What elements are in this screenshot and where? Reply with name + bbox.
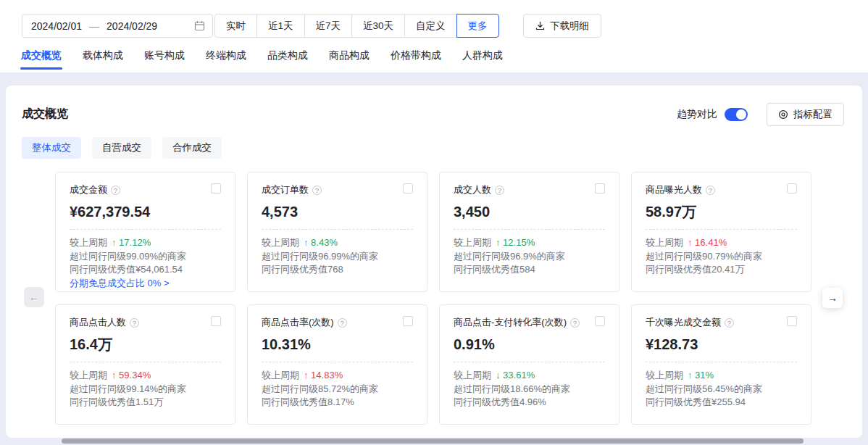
- installment-link[interactable]: 分期免息成交占比 0% >: [70, 277, 221, 291]
- horizontal-scrollbar-thumb[interactable]: [62, 438, 804, 444]
- nav-tab[interactable]: 人群构成: [462, 45, 504, 71]
- metric-change: ↑ 12.15%: [496, 236, 535, 250]
- nav-tab[interactable]: 载体构成: [82, 45, 124, 71]
- card-divider: [70, 229, 221, 230]
- download-details-button[interactable]: 下载明细: [523, 14, 601, 38]
- metric-checkbox[interactable]: [595, 183, 605, 194]
- help-icon[interactable]: ?: [312, 186, 322, 195]
- metric-card-head: 商品曝光人数 ?: [646, 183, 797, 196]
- peer-rank: 超过同行同级96.99%的商家: [262, 250, 413, 264]
- metric-value: 4,573: [262, 202, 413, 222]
- peer-rank: 超过同行同级90.79%的商家: [646, 250, 797, 264]
- metric-checkbox[interactable]: [403, 316, 413, 326]
- metric-title: 商品点击率(次数): [262, 316, 334, 329]
- metric-value: 10.31%: [262, 335, 413, 354]
- nav-tab[interactable]: 账号构成: [143, 45, 185, 71]
- nav-tab[interactable]: 品类构成: [267, 45, 309, 71]
- date-start: 2024/02/01: [31, 20, 82, 32]
- carousel-right-button[interactable]: →: [822, 288, 843, 308]
- metric-change: ↑ 17.12%: [112, 236, 151, 250]
- carousel-left-button[interactable]: ←: [24, 287, 44, 307]
- metric-checkbox[interactable]: [595, 316, 605, 326]
- quick-range-button[interactable]: 近30天: [351, 14, 405, 38]
- metric-checkbox[interactable]: [787, 316, 797, 326]
- peer-rank: 超过同行同级96.9%的商家: [454, 250, 605, 264]
- card-divider: [454, 229, 605, 230]
- quick-range-button[interactable]: 近7天: [304, 14, 353, 38]
- period-label: 较上周期: [70, 369, 107, 383]
- metric-title-wrap: 成交金额 ?: [70, 183, 120, 196]
- metric-change: ↑ 16.41%: [688, 236, 727, 250]
- date-range-picker[interactable]: 2024/02/01 — 2024/02/29: [22, 14, 213, 38]
- download-icon: [535, 21, 545, 30]
- metric-title-wrap: 成交人数 ?: [454, 183, 504, 196]
- help-icon[interactable]: ?: [495, 186, 504, 195]
- quick-range-button[interactable]: 实时: [214, 14, 257, 38]
- metric-card: 成交人数 ? 3,450 较上周期 ↑ 12.15% 超过同行同级96.9%的商…: [439, 172, 619, 292]
- metric-title: 商品点击-支付转化率(次数): [454, 316, 567, 329]
- card-divider: [70, 362, 221, 362]
- metric-value: ¥128.73: [646, 335, 797, 354]
- nav-tab[interactable]: 商品构成: [328, 45, 370, 71]
- panel-title: 成交概览: [22, 107, 68, 122]
- metric-title-wrap: 成交订单数 ?: [262, 183, 322, 196]
- nav-tab-label: 价格带构成: [391, 49, 441, 61]
- gear-icon: [778, 109, 788, 120]
- nav-tab[interactable]: 成交概览: [20, 45, 62, 71]
- help-icon[interactable]: ?: [570, 318, 580, 328]
- toggle-knob: [736, 109, 746, 120]
- peer-best: 同行同级优秀值1.51万: [70, 396, 221, 409]
- help-icon[interactable]: ?: [706, 186, 715, 195]
- metric-checkbox[interactable]: [403, 183, 413, 194]
- trend-compare-toggle[interactable]: [725, 108, 748, 121]
- period-label: 较上周期: [454, 369, 491, 383]
- metric-title: 成交金额: [70, 183, 107, 196]
- metric-checkbox[interactable]: [211, 316, 221, 326]
- card-divider: [454, 362, 605, 362]
- nav-tab-label: 载体构成: [83, 49, 123, 61]
- top-toolbar: 2024/02/01 — 2024/02/29 实时近1天近7天近30天自定义更…: [0, 0, 868, 72]
- sub-tab[interactable]: 自营成交: [92, 137, 151, 159]
- metric-card: 千次曝光成交金额 ? ¥128.73 较上周期 ↑ 31% 超过同行同级56.4…: [631, 304, 811, 425]
- sub-tab[interactable]: 整体成交: [22, 137, 81, 159]
- metric-title: 成交人数: [454, 183, 491, 196]
- sub-tab[interactable]: 合作成交: [162, 137, 222, 159]
- metric-checkbox[interactable]: [787, 183, 797, 194]
- download-label: 下载明细: [550, 20, 589, 33]
- period-compare-row: 较上周期 ↑ 14.83%: [262, 369, 413, 383]
- metric-checkbox[interactable]: [211, 183, 221, 194]
- period-label: 较上周期: [646, 369, 683, 383]
- nav-tab[interactable]: 终端构成: [205, 45, 247, 71]
- quick-range-button[interactable]: 自定义: [404, 14, 457, 38]
- metric-change: ↑ 31%: [688, 369, 714, 383]
- nav-tab-label: 人群构成: [462, 49, 503, 61]
- metric-value: 0.91%: [454, 335, 605, 354]
- nav-tab[interactable]: 价格带构成: [390, 45, 442, 71]
- metric-card-head: 商品点击率(次数) ?: [262, 316, 413, 329]
- metric-card-head: 成交订单数 ?: [262, 183, 413, 196]
- metric-card-head: 商品点击人数 ?: [70, 316, 221, 329]
- metric-value: 16.4万: [70, 335, 221, 354]
- metric-card-head: 成交金额 ?: [70, 183, 221, 196]
- metric-config-button[interactable]: 指标配置: [767, 103, 844, 126]
- nav-tab-label: 账号构成: [144, 49, 185, 61]
- metric-change: ↓ 33.61%: [496, 369, 535, 383]
- metric-card: 商品点击-支付转化率(次数) ? 0.91% 较上周期 ↓ 33.61% 超过同…: [439, 304, 619, 425]
- metric-value: 3,450: [454, 202, 605, 222]
- card-divider: [646, 229, 797, 230]
- help-icon[interactable]: ?: [111, 186, 120, 195]
- metric-change: ↑ 59.34%: [112, 369, 151, 383]
- quick-range-button[interactable]: 更多: [456, 14, 499, 38]
- help-icon[interactable]: ?: [725, 318, 734, 328]
- metric-change: ↑ 8.43%: [304, 236, 338, 250]
- peer-best: 同行同级优秀值768: [262, 263, 413, 277]
- metric-title: 千次曝光成交金额: [646, 316, 721, 329]
- quick-range-button[interactable]: 近1天: [256, 14, 305, 38]
- period-compare-row: 较上周期 ↑ 12.15%: [454, 236, 605, 250]
- nav-tab-label: 成交概览: [21, 49, 62, 61]
- metric-card-head: 成交人数 ?: [454, 183, 605, 196]
- peer-rank: 超过同行同级18.66%的商家: [454, 383, 605, 396]
- help-icon[interactable]: ?: [130, 318, 139, 328]
- period-compare-row: 较上周期 ↑ 17.12%: [70, 236, 221, 250]
- help-icon[interactable]: ?: [338, 318, 347, 328]
